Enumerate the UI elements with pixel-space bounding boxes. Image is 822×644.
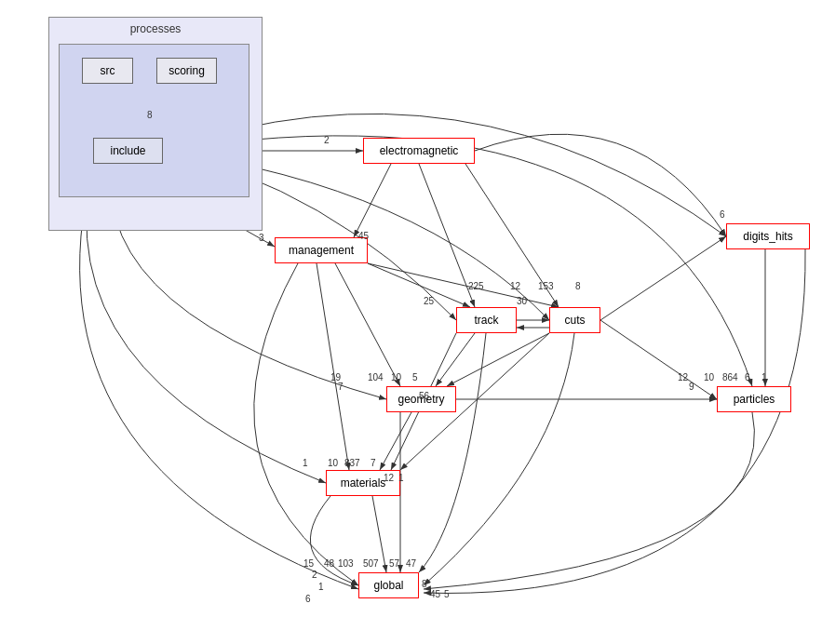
node-global: global xyxy=(358,572,419,598)
svg-line-15 xyxy=(447,333,549,386)
edge-label-45b: 45 xyxy=(430,589,440,599)
edge-label-10b: 10 xyxy=(704,372,714,382)
diagram-container: processes src scoring include electromag… xyxy=(0,0,822,644)
edge-label-7a: 7 xyxy=(338,382,344,392)
edge-label-103: 103 xyxy=(338,558,354,569)
edge-label-8a: 8 xyxy=(147,110,153,120)
edge-label-1d: 1 xyxy=(318,582,324,592)
edge-label-45: 45 xyxy=(358,231,369,241)
edge-label-7b: 7 xyxy=(371,458,376,468)
edge-label-57: 57 xyxy=(389,558,399,569)
svg-line-8 xyxy=(368,263,470,307)
edge-label-6c: 6 xyxy=(305,594,311,604)
edge-label-104: 104 xyxy=(368,372,384,382)
edge-label-56: 56 xyxy=(419,391,429,401)
edge-label-153: 153 xyxy=(538,281,554,291)
edge-label-47: 47 xyxy=(406,558,416,569)
edge-label-1c: 1 xyxy=(398,473,404,483)
edge-label-3: 3 xyxy=(259,233,264,243)
node-include: include xyxy=(93,138,163,164)
edge-label-30: 30 xyxy=(517,296,527,306)
edge-label-1a: 1 xyxy=(761,372,767,382)
node-digits-hits: digits_hits xyxy=(726,223,810,249)
svg-line-14 xyxy=(436,333,475,386)
node-track: track xyxy=(456,307,517,333)
edge-label-2: 2 xyxy=(324,135,330,145)
cluster-processes: processes xyxy=(48,17,263,231)
svg-line-16 xyxy=(600,320,717,399)
edge-label-48: 48 xyxy=(324,558,334,569)
node-particles: particles xyxy=(717,386,791,412)
edge-label-8c: 8 xyxy=(422,579,427,589)
edge-label-10c: 10 xyxy=(328,458,338,468)
node-electromagnetic: electromagnetic xyxy=(363,138,475,164)
node-management: management xyxy=(275,237,368,263)
edge-label-15: 15 xyxy=(303,558,314,569)
edge-label-864: 864 xyxy=(722,372,738,382)
svg-line-13 xyxy=(335,263,400,386)
edge-label-8b: 8 xyxy=(575,281,581,291)
edge-label-507: 507 xyxy=(363,558,379,569)
edge-label-837: 837 xyxy=(344,458,360,468)
edge-label-12b: 12 xyxy=(678,372,688,382)
node-cuts: cuts xyxy=(549,307,600,333)
edge-label-25: 25 xyxy=(424,296,434,306)
edge-label-10a: 10 xyxy=(391,372,401,382)
node-src: src xyxy=(82,58,133,84)
edge-label-12c: 12 xyxy=(384,473,394,483)
node-scoring: scoring xyxy=(156,58,217,84)
edge-label-6b: 6 xyxy=(745,372,750,382)
edge-label-12a: 12 xyxy=(510,281,520,291)
edge-label-1b: 1 xyxy=(303,458,308,468)
cluster-processes-label: processes xyxy=(130,22,182,35)
svg-line-21 xyxy=(317,263,349,470)
svg-line-18 xyxy=(380,412,411,470)
edge-label-225: 225 xyxy=(468,281,484,291)
svg-line-5 xyxy=(354,164,391,237)
svg-line-9 xyxy=(368,263,559,307)
edge-label-5: 5 xyxy=(412,372,418,382)
edge-label-6a: 6 xyxy=(720,209,725,220)
edge-label-5b: 5 xyxy=(444,589,450,599)
edge-label-9: 9 xyxy=(689,382,694,392)
edge-label-2b: 2 xyxy=(312,570,317,580)
svg-line-12 xyxy=(600,236,726,320)
